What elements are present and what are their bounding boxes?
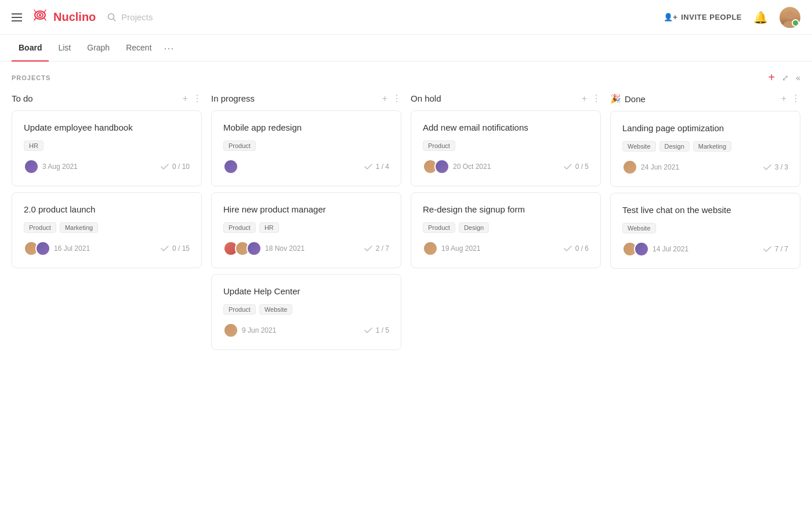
search-placeholder: Projects	[121, 12, 153, 22]
card-tag: Product	[423, 140, 455, 151]
card-date: 20 Oct 2021	[453, 163, 491, 171]
column-inprogress: In progress+⋮Mobile app redesignProduct1…	[211, 93, 401, 356]
tab-bar: Board List Graph Recent ⋯	[0, 35, 812, 62]
column-header-inprogress: In progress+⋮	[211, 93, 401, 103]
kanban-card[interactable]: 2.0 product launchProductMarketing16 Jul…	[12, 192, 202, 268]
kanban-card[interactable]: Re-design the signup formProductDesign19…	[411, 192, 601, 268]
card-left: 18 Nov 2021	[223, 241, 304, 256]
card-left: 9 Jun 2021	[223, 323, 276, 338]
kanban-columns: To do+⋮Update employee handbookHR3 Aug 2…	[12, 93, 800, 356]
card-tag: Design	[659, 141, 690, 152]
card-title: Hire new product manager	[223, 204, 389, 214]
add-card-button-done[interactable]: +	[781, 94, 786, 103]
column-more-button-todo[interactable]: ⋮	[193, 94, 202, 103]
add-card-button-onhold[interactable]: +	[582, 94, 587, 103]
card-avatar	[24, 159, 39, 174]
svg-point-5	[786, 11, 794, 19]
column-title-text: To do	[12, 93, 33, 103]
card-title: Add new email notifications	[423, 123, 589, 132]
tab-board[interactable]: Board	[12, 35, 49, 62]
add-card-button-todo[interactable]: +	[183, 94, 188, 103]
card-right: 0 / 5	[564, 163, 589, 171]
card-tag: Product	[223, 140, 256, 151]
card-right: 0 / 10	[161, 163, 190, 171]
kanban-card[interactable]: Update Help CenterProductWebsite9 Jun 20…	[211, 274, 401, 350]
column-more-button-onhold[interactable]: ⋮	[592, 94, 601, 103]
column-more-button-inprogress[interactable]: ⋮	[392, 94, 401, 103]
tab-recent[interactable]: Recent	[119, 35, 158, 62]
kanban-card[interactable]: Hire new product managerProductHR18 Nov …	[211, 192, 401, 268]
card-footer: 3 Aug 20210 / 10	[24, 159, 190, 174]
card-progress: 0 / 5	[575, 163, 589, 171]
card-tags: Product	[223, 140, 389, 151]
column-actions-onhold: +⋮	[582, 94, 601, 103]
tab-more-icon[interactable]: ⋯	[164, 42, 174, 55]
card-tag: Website	[622, 141, 656, 152]
add-column-button[interactable]: +	[768, 71, 775, 84]
card-avatars	[24, 159, 39, 174]
tab-list[interactable]: List	[51, 35, 78, 62]
card-tag: HR	[24, 140, 44, 151]
logo-icon	[31, 8, 49, 27]
card-left: 14 Jul 2021	[622, 242, 688, 257]
kanban-card[interactable]: Add new email notificationsProduct20 Oct…	[411, 110, 601, 186]
collapse-icon[interactable]: «	[796, 73, 800, 82]
kanban-card[interactable]: Test live chat on the websiteWebsite14 J…	[610, 193, 800, 269]
card-footer: 14 Jul 20217 / 7	[622, 242, 788, 257]
card-footer: 18 Nov 20212 / 7	[223, 241, 389, 256]
card-avatar	[434, 159, 449, 174]
column-actions-inprogress: +⋮	[382, 94, 401, 103]
check-icon	[161, 244, 169, 253]
card-tag: Website	[622, 223, 656, 233]
card-left	[223, 159, 238, 174]
card-title: Landing page optimization	[622, 123, 788, 133]
card-tags: Product	[423, 140, 589, 151]
card-tag: Marketing	[693, 141, 731, 152]
card-avatars	[622, 242, 649, 257]
card-right: 1 / 4	[364, 163, 389, 171]
check-icon	[763, 245, 771, 254]
notification-bell-icon[interactable]: 🔔	[753, 10, 768, 24]
card-tags: HR	[24, 140, 190, 151]
card-tag: Product	[223, 304, 256, 315]
column-onhold: On hold+⋮Add new email notificationsProd…	[411, 93, 601, 274]
card-footer: 1 / 4	[223, 159, 389, 174]
card-avatar	[35, 241, 50, 256]
avatar-face	[780, 7, 800, 28]
column-title-inprogress: In progress	[211, 93, 382, 103]
card-avatar	[223, 323, 238, 338]
card-avatars	[423, 241, 438, 256]
card-tags: ProductDesign	[423, 222, 589, 233]
kanban-card[interactable]: Landing page optimizationWebsiteDesignMa…	[610, 111, 800, 187]
card-progress: 1 / 5	[376, 326, 389, 334]
invite-people-button[interactable]: 👤+ INVITE PEOPLE	[664, 13, 742, 21]
column-header-todo: To do+⋮	[12, 93, 202, 103]
card-progress: 3 / 3	[775, 163, 788, 171]
card-tags: Website	[622, 223, 788, 233]
column-actions-done: +⋮	[781, 94, 800, 103]
user-avatar[interactable]	[780, 7, 800, 28]
card-date: 9 Jun 2021	[242, 326, 276, 334]
card-progress: 0 / 6	[575, 244, 589, 253]
card-tags: WebsiteDesignMarketing	[622, 141, 788, 152]
board-header: PROJECTS + ⤢ «	[12, 71, 800, 84]
kanban-card[interactable]: Update employee handbookHR3 Aug 20210 / …	[12, 110, 202, 186]
card-title: Mobile app redesign	[223, 123, 389, 132]
card-left: 3 Aug 2021	[24, 159, 78, 174]
search-area[interactable]: Projects	[107, 12, 153, 22]
card-title: Test live chat on the website	[622, 205, 788, 215]
card-footer: 16 Jul 20210 / 15	[24, 241, 190, 256]
column-title-text: Done	[625, 94, 646, 104]
tab-graph[interactable]: Graph	[80, 35, 117, 62]
kanban-card[interactable]: Mobile app redesignProduct1 / 4	[211, 110, 401, 186]
card-avatar	[423, 241, 438, 256]
add-card-button-inprogress[interactable]: +	[382, 94, 387, 103]
hamburger-menu[interactable]	[12, 13, 22, 21]
card-progress: 2 / 7	[376, 244, 389, 253]
column-title-todo: To do	[12, 93, 183, 103]
expand-icon[interactable]: ⤢	[782, 73, 789, 82]
card-right: 0 / 6	[564, 244, 589, 253]
card-avatars	[423, 159, 449, 174]
column-more-button-done[interactable]: ⋮	[791, 94, 800, 103]
header-right: 👤+ INVITE PEOPLE 🔔	[664, 7, 800, 28]
